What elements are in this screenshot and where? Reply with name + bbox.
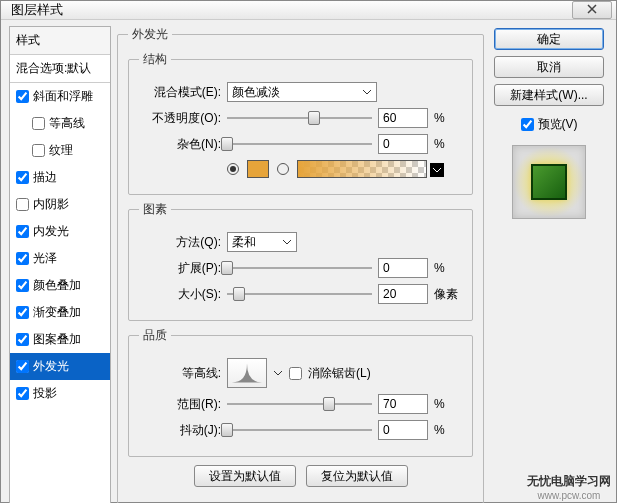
sidebar-item-8[interactable]: 渐变叠加: [10, 299, 110, 326]
method-label: 方法(Q):: [139, 234, 221, 251]
sidebar-item-label: 纹理: [49, 142, 73, 159]
cancel-button[interactable]: 取消: [494, 56, 604, 78]
quality-legend: 品质: [139, 327, 171, 344]
sidebar-item-0[interactable]: 斜面和浮雕: [10, 83, 110, 110]
chevron-down-icon[interactable]: [430, 163, 444, 177]
sidebar-item-label: 内阴影: [33, 196, 69, 213]
preview-gem-icon: [531, 164, 567, 200]
set-default-button[interactable]: 设置为默认值: [194, 465, 296, 487]
sidebar-checkbox[interactable]: [16, 306, 29, 319]
structure-fieldset: 结构 混合模式(E): 颜色减淡 不透明度(O): 60: [128, 51, 473, 195]
jitter-slider[interactable]: [227, 422, 372, 438]
gradient-radio[interactable]: [277, 163, 289, 175]
sidebar-checkbox[interactable]: [16, 90, 29, 103]
sidebar-item-label: 内发光: [33, 223, 69, 240]
opacity-slider[interactable]: [227, 110, 372, 126]
size-label: 大小(S):: [139, 286, 221, 303]
sidebar-item-9[interactable]: 图案叠加: [10, 326, 110, 353]
jitter-label: 抖动(J):: [139, 422, 221, 439]
contour-picker[interactable]: [227, 358, 267, 388]
sidebar-checkbox[interactable]: [16, 198, 29, 211]
center-panel: 外发光 结构 混合模式(E): 颜色减淡 不透明度(O):: [117, 26, 484, 503]
elements-fieldset: 图素 方法(Q): 柔和 扩展(P): 0 %: [128, 201, 473, 321]
sidebar-checkbox[interactable]: [16, 387, 29, 400]
sidebar-blend-default[interactable]: 混合选项:默认: [10, 55, 110, 83]
sidebar-item-label: 光泽: [33, 250, 57, 267]
chevron-down-icon: [362, 89, 372, 95]
range-slider[interactable]: [227, 396, 372, 412]
reset-default-button[interactable]: 复位为默认值: [306, 465, 408, 487]
sidebar-item-3[interactable]: 描边: [10, 164, 110, 191]
sidebar-item-label: 颜色叠加: [33, 277, 81, 294]
color-swatch[interactable]: [247, 160, 269, 178]
range-input[interactable]: 70: [378, 394, 428, 414]
quality-fieldset: 品质 等高线: 消除锯齿(L) 范围(R): 70: [128, 327, 473, 457]
spread-unit: %: [434, 261, 462, 275]
sidebar-item-label: 描边: [33, 169, 57, 186]
noise-label: 杂色(N):: [139, 136, 221, 153]
sidebar-item-label: 等高线: [49, 115, 85, 132]
preview-checkbox[interactable]: [521, 118, 534, 131]
outer-glow-fieldset: 外发光 结构 混合模式(E): 颜色减淡 不透明度(O):: [117, 26, 484, 503]
sidebar-header[interactable]: 样式: [10, 27, 110, 55]
sidebar-item-label: 渐变叠加: [33, 304, 81, 321]
sidebar-item-label: 外发光: [33, 358, 69, 375]
size-input[interactable]: 20: [378, 284, 428, 304]
spread-input[interactable]: 0: [378, 258, 428, 278]
preview-label: 预览(V): [538, 116, 578, 133]
size-unit: 像素: [434, 286, 462, 303]
structure-legend: 结构: [139, 51, 171, 68]
sidebar-checkbox[interactable]: [32, 117, 45, 130]
spread-slider[interactable]: [227, 260, 372, 276]
opacity-label: 不透明度(O):: [139, 110, 221, 127]
sidebar-item-10[interactable]: 外发光: [10, 353, 110, 380]
sidebar-checkbox[interactable]: [16, 252, 29, 265]
sidebar-item-1[interactable]: 等高线: [10, 110, 110, 137]
method-select[interactable]: 柔和: [227, 232, 297, 252]
sidebar-checkbox[interactable]: [16, 333, 29, 346]
preview-thumbnail: [512, 145, 586, 219]
noise-unit: %: [434, 137, 462, 151]
gradient-picker[interactable]: [297, 160, 427, 178]
titlebar: 图层样式: [1, 1, 616, 20]
window-title: 图层样式: [11, 1, 572, 19]
sidebar-item-label: 投影: [33, 385, 57, 402]
blend-mode-select[interactable]: 颜色减淡: [227, 82, 377, 102]
noise-input[interactable]: 0: [378, 134, 428, 154]
jitter-unit: %: [434, 423, 462, 437]
jitter-input[interactable]: 0: [378, 420, 428, 440]
sidebar-item-label: 图案叠加: [33, 331, 81, 348]
opacity-input[interactable]: 60: [378, 108, 428, 128]
new-style-button[interactable]: 新建样式(W)...: [494, 84, 604, 106]
close-icon: [587, 3, 597, 17]
solid-color-radio[interactable]: [227, 163, 239, 175]
method-value: 柔和: [232, 234, 256, 251]
antialias-checkbox[interactable]: [289, 367, 302, 380]
spread-label: 扩展(P):: [139, 260, 221, 277]
range-label: 范围(R):: [139, 396, 221, 413]
sidebar-item-2[interactable]: 纹理: [10, 137, 110, 164]
styles-sidebar: 样式 混合选项:默认 斜面和浮雕等高线纹理描边内阴影内发光光泽颜色叠加渐变叠加图…: [9, 26, 111, 503]
sidebar-checkbox[interactable]: [16, 279, 29, 292]
close-button[interactable]: [572, 1, 612, 19]
noise-slider[interactable]: [227, 136, 372, 152]
sidebar-item-11[interactable]: 投影: [10, 380, 110, 407]
sidebar-item-5[interactable]: 内发光: [10, 218, 110, 245]
sidebar-checkbox[interactable]: [16, 225, 29, 238]
layer-style-dialog: 图层样式 样式 混合选项:默认 斜面和浮雕等高线纹理描边内阴影内发光光泽颜色叠加…: [0, 0, 617, 503]
sidebar-checkbox[interactable]: [16, 360, 29, 373]
sidebar-item-4[interactable]: 内阴影: [10, 191, 110, 218]
chevron-down-icon[interactable]: [273, 370, 283, 376]
blend-mode-label: 混合模式(E):: [139, 84, 221, 101]
range-unit: %: [434, 397, 462, 411]
chevron-down-icon: [282, 239, 292, 245]
sidebar-checkbox[interactable]: [16, 171, 29, 184]
sidebar-item-7[interactable]: 颜色叠加: [10, 272, 110, 299]
ok-button[interactable]: 确定: [494, 28, 604, 50]
sidebar-checkbox[interactable]: [32, 144, 45, 157]
sidebar-item-label: 斜面和浮雕: [33, 88, 93, 105]
antialias-label: 消除锯齿(L): [308, 365, 371, 382]
size-slider[interactable]: [227, 286, 372, 302]
contour-label: 等高线:: [139, 365, 221, 382]
sidebar-item-6[interactable]: 光泽: [10, 245, 110, 272]
